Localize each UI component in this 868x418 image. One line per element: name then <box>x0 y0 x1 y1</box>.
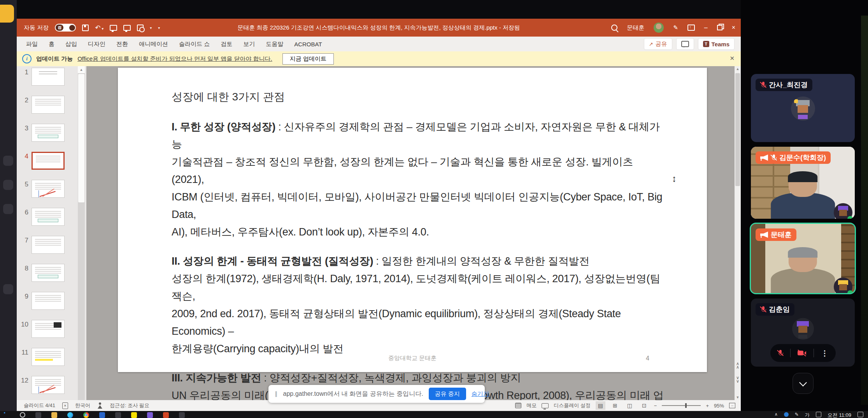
autosave-toggle[interactable]: 켬 <box>55 24 76 32</box>
ribbon-display-options-icon[interactable] <box>687 25 695 31</box>
slide-thumbnail[interactable] <box>32 264 65 282</box>
scrollbar-thumb[interactable] <box>735 73 740 186</box>
mic-off-button[interactable] <box>777 350 783 357</box>
account-name[interactable]: 문태훈 <box>627 24 644 32</box>
slide-thumbnail-row[interactable]: 9 <box>17 290 86 318</box>
comments-button[interactable] <box>676 38 694 50</box>
start-button[interactable] <box>4 412 7 415</box>
zoom-in-button[interactable]: + <box>706 403 709 409</box>
ink-pen-icon[interactable]: ✎ <box>673 24 678 31</box>
notes-button[interactable]: 메모 <box>526 402 537 409</box>
slide-thumbnail[interactable] <box>32 124 65 142</box>
gather-app-badge[interactable] <box>0 5 14 23</box>
slide-thumbnail-row[interactable]: 12 <box>17 374 86 400</box>
stop-sharing-button[interactable]: 공유 중지 <box>429 388 466 400</box>
ribbon-tab[interactable]: 보기 <box>238 40 260 48</box>
next-slide-button[interactable]: ∨∨ <box>735 376 741 385</box>
ime-indicator[interactable]: 가 <box>805 412 810 418</box>
ribbon-tab[interactable]: 전환 <box>111 40 133 48</box>
share-button[interactable]: ↗ 공유 <box>644 38 672 50</box>
scroll-up-icon[interactable]: ▲ <box>78 66 85 73</box>
slide-thumbnail[interactable] <box>32 208 65 226</box>
slide-thumbnail-row[interactable]: 7 <box>17 234 86 262</box>
taskbar-app-icon[interactable] <box>179 412 185 418</box>
undo-icon[interactable]: ↶ ▾ <box>95 25 103 31</box>
more-options-button[interactable]: ⋮ <box>821 350 828 357</box>
update-close-icon[interactable]: ✕ <box>729 55 735 62</box>
ribbon-tab[interactable]: 파일 <box>21 40 43 48</box>
accessibility-status[interactable]: 접근성: 조사 필요 <box>110 402 149 409</box>
previous-slide-button[interactable]: ∧∧ <box>735 362 741 371</box>
slide-thumbnail-row[interactable]: 4 <box>17 150 86 178</box>
chrome-icon[interactable] <box>83 412 89 418</box>
display-settings-button[interactable]: 디스플레이 설정 <box>554 402 591 409</box>
avatar[interactable] <box>654 23 664 33</box>
task-view-icon[interactable] <box>35 412 41 418</box>
customize-toolbar-icon[interactable]: ▾ <box>158 26 160 30</box>
slide-thumbnail-row[interactable]: 6 <box>17 206 86 234</box>
participant-tile-3[interactable]: 문태훈 <box>750 223 856 294</box>
language-indicator[interactable]: 한국어 <box>75 402 90 409</box>
taskbar-app-icon[interactable] <box>99 412 105 418</box>
main-scrollbar[interactable]: ▲ ∧∧ ∨∨ ▼ <box>735 66 741 400</box>
scroll-down-icon[interactable]: ▼ <box>735 395 741 399</box>
slide-thumbnail-row[interactable]: 8 <box>17 262 86 290</box>
slide-thumbnail-row[interactable]: 2 <box>17 94 86 122</box>
zoom-level[interactable]: 95% <box>714 403 724 409</box>
hide-banner-link[interactable]: 숨기기 <box>472 390 489 398</box>
slide-thumbnail[interactable] <box>32 180 65 198</box>
tray-app-icon[interactable] <box>784 412 789 417</box>
slide-thumbnail[interactable] <box>32 348 65 366</box>
update-now-button[interactable]: 지금 업데이트 <box>282 53 334 65</box>
taskbar-app-icon[interactable] <box>131 412 137 418</box>
action-center-icon[interactable] <box>857 412 863 417</box>
pen-tray-icon[interactable]: ✎ <box>795 412 799 417</box>
left-rail-icon[interactable] <box>3 284 13 294</box>
taskbar-search-icon[interactable] <box>20 412 25 418</box>
ribbon-tab[interactable]: ACROBAT <box>289 41 327 47</box>
minimize-button[interactable]: – <box>704 25 708 31</box>
slide-thumbnail[interactable] <box>32 96 65 114</box>
slideshow-icon[interactable] <box>123 25 131 31</box>
ribbon-tab[interactable]: 디자인 <box>82 40 111 48</box>
save-icon[interactable] <box>82 25 89 31</box>
ribbon-tab[interactable]: 도움말 <box>260 40 289 48</box>
slide-thumbnail[interactable] <box>32 292 65 310</box>
slideshow-view-button[interactable]: ⊡ <box>640 401 649 410</box>
slide-thumbnail[interactable] <box>32 152 65 170</box>
collapse-panel-button[interactable] <box>793 373 814 394</box>
ribbon-tab[interactable]: 검토 <box>215 40 238 48</box>
participant-tile-1[interactable]: 간사_최진경 <box>751 74 855 142</box>
fit-to-window-icon[interactable]: ↔ <box>729 403 735 408</box>
ribbon-tab[interactable]: 홈 <box>43 40 60 48</box>
zoom-out-button[interactable]: − <box>654 403 657 409</box>
clock[interactable]: 오전 11:09 <box>828 412 851 418</box>
normal-view-button[interactable]: ▤ <box>596 401 605 410</box>
camera-off-button[interactable] <box>798 350 806 356</box>
slide-canvas[interactable]: 성장에 대한 3가지 관점 I. 무한 성장 (양적성장) : 신자유주의 경제… <box>118 68 707 372</box>
slideshow-from-start-icon[interactable] <box>110 25 117 31</box>
update-message[interactable]: Office용 업데이트를 설치할 준비가 되었으나 먼저 일부 앱을 닫아야 … <box>77 55 272 63</box>
powerpoint-taskbar-icon[interactable] <box>163 412 169 418</box>
drag-handle-icon[interactable]: ∥ <box>275 390 278 397</box>
slide-thumbnail[interactable] <box>32 68 65 86</box>
file-explorer-icon[interactable] <box>51 412 57 418</box>
reading-view-button[interactable]: ◫ <box>625 401 635 410</box>
slide-thumbnail-row[interactable]: 1 <box>17 66 86 94</box>
taskbar-app-icon[interactable] <box>115 412 121 418</box>
ribbon-tab[interactable]: 슬라이드 쇼 <box>174 40 215 48</box>
slide-thumbnail-row[interactable]: 3 <box>17 122 86 150</box>
slide-thumbnail[interactable] <box>32 236 65 254</box>
close-button[interactable]: × <box>732 25 735 31</box>
scroll-up-icon[interactable]: ▲ <box>735 67 741 71</box>
slide-thumbnail[interactable] <box>32 376 65 394</box>
scrollbar-thumb[interactable] <box>78 74 84 202</box>
left-rail-icon[interactable] <box>3 156 13 166</box>
thumbnail-scrollbar[interactable]: ▲ <box>78 66 85 400</box>
teams-button[interactable]: T Teams <box>698 38 735 50</box>
search-icon[interactable] <box>611 25 617 31</box>
left-rail-icon[interactable] <box>3 180 13 190</box>
ribbon-tab[interactable]: 삽입 <box>60 40 82 48</box>
zoom-slider[interactable] <box>662 405 701 406</box>
ribbon-tab[interactable]: 애니메이션 <box>133 40 174 48</box>
